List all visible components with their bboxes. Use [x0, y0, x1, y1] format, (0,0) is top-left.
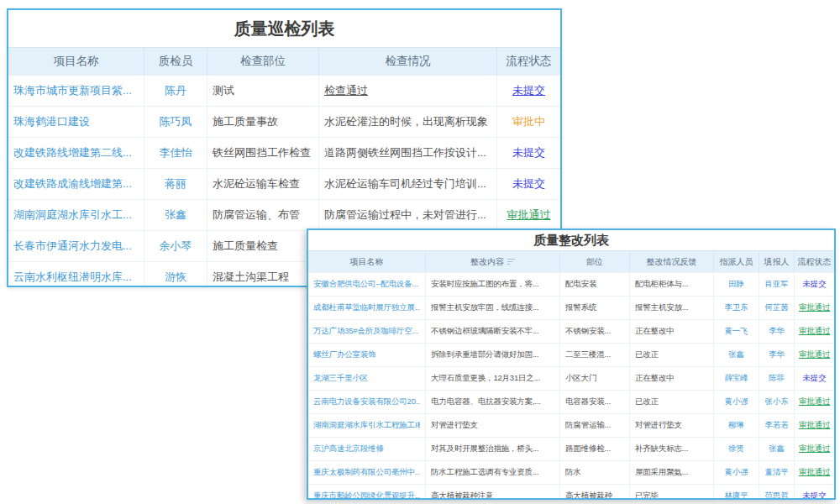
reporter-link[interactable]: 范思哲	[765, 491, 789, 500]
status-badge[interactable]: 未提交	[803, 279, 827, 290]
feedback-text: 配电柜柜体与...	[635, 279, 688, 290]
column-header-project-name: 项目名称	[308, 251, 426, 272]
inspector-link[interactable]: 陈巧凤	[160, 114, 192, 129]
project-name-link[interactable]: 成都杜甫草堂临时展厅独立展...	[313, 302, 420, 313]
column-header-inspector: 质检员	[144, 48, 207, 75]
table-row: 湖南洞庭湖水库引水工程施工I标 对管进行垫支 防腐管运输... 对管进行垫支 柳…	[308, 413, 834, 437]
project-name-link[interactable]: 安徽合肥供电公司--配电设备...	[313, 279, 418, 290]
assignee-link[interactable]: 黄一飞	[725, 326, 748, 337]
status-badge[interactable]: 审批通过	[799, 396, 830, 407]
feedback-text: 正在整改中	[635, 326, 675, 337]
status-badge[interactable]: 未提交	[512, 83, 545, 98]
rectify-content-text: 防水工程施工选调有专业资质...	[431, 467, 538, 478]
inspection-table-title: 质量巡检列表	[8, 10, 560, 47]
part-text: 配电安装	[565, 279, 596, 290]
status-badge[interactable]: 未提交	[512, 176, 545, 192]
status-badge[interactable]: 审批中	[512, 114, 545, 129]
reporter-link[interactable]: 董清平	[765, 467, 789, 478]
inspection-situation-text: 道路两侧铁丝网围挡工作按设计...	[324, 145, 486, 160]
rectification-table-header: 项目名称 整改内容 部位 整改情况反馈 指派人员 填报人 流程状态	[308, 250, 834, 272]
column-header-assignee: 指派人员	[714, 251, 759, 272]
project-name-link[interactable]: 改建铁路成渝线增建第...	[13, 176, 132, 192]
reporter-link[interactable]: 李华	[769, 349, 785, 360]
project-name-link[interactable]: 重庆市鹅岭公园绿化景观提升...	[313, 491, 420, 500]
inspector-link[interactable]: 李佳怡	[160, 145, 192, 160]
inspector-link[interactable]: 余小琴	[160, 239, 192, 254]
table-row: 珠海鹤港口建设 陈巧凤 施工质量事故 水泥砼灌注的时候，出现离析现象 审批中	[8, 106, 560, 137]
feedback-text: 已改正	[635, 396, 659, 407]
inspection-part-text: 测试	[213, 83, 234, 98]
inspector-link[interactable]: 游恢	[165, 270, 186, 285]
project-name-link[interactable]: 湖南洞庭湖水库引水工程施工I标	[313, 420, 420, 431]
sort-icon[interactable]	[507, 259, 515, 265]
part-text: 小区大门	[565, 373, 596, 384]
status-badge[interactable]: 审批通过	[799, 302, 830, 313]
project-name-link[interactable]: 云南水利枢纽潜明水库...	[13, 270, 132, 285]
rectify-content-text: 安装时应按施工图的布置，将...	[431, 279, 538, 290]
project-name-link[interactable]: 湖南洞庭湖水库引水工...	[13, 207, 132, 223]
status-badge[interactable]: 未提交	[803, 491, 827, 500]
status-badge[interactable]: 审批通过	[507, 207, 551, 223]
status-badge[interactable]: 未提交	[512, 145, 545, 160]
part-text: 防腐管运输...	[565, 420, 611, 431]
status-badge[interactable]: 审批通过	[799, 349, 830, 360]
column-header-feedback: 整改情况反馈	[630, 251, 714, 272]
part-text: 高大植被栽种	[565, 491, 612, 500]
reporter-link[interactable]: 肖亚军	[765, 279, 789, 290]
inspection-part-text: 铁丝网围挡工作检查	[213, 145, 311, 160]
reporter-link[interactable]: 何芷茵	[765, 302, 789, 313]
inspection-situation-text: 防腐管运输过程中，未对管进行...	[324, 207, 486, 223]
feedback-text: 报警主机安放...	[635, 302, 688, 313]
project-name-link[interactable]: 珠海鹤港口建设	[13, 114, 90, 129]
inspector-link[interactable]: 张鑫	[165, 207, 186, 223]
project-name-link[interactable]: 龙湖三千里小区	[313, 373, 368, 384]
reporter-link[interactable]: 李华	[769, 326, 785, 337]
feedback-text: 屋面采用聚氨...	[635, 467, 688, 478]
column-header-project-name: 项目名称	[8, 48, 144, 75]
inspector-link[interactable]: 陈丹	[165, 83, 186, 98]
table-row: 云南电力设备安装有限公司20... 电力电容器、电抗器安装方案,... 电容器安…	[308, 390, 834, 413]
assignee-link[interactable]: 徐贤	[728, 444, 744, 454]
assignee-link[interactable]: 黄小强	[725, 396, 748, 407]
assignee-link[interactable]: 张鑫	[728, 349, 744, 360]
project-name-link[interactable]: 京沪高速北京段维修	[313, 444, 384, 454]
status-badge[interactable]: 审批通过	[799, 467, 830, 478]
assignee-link[interactable]: 林康平	[725, 491, 748, 500]
project-name-link[interactable]: 珠海市城市更新项目紫...	[13, 83, 132, 98]
project-name-link[interactable]: 螺丝厂办公室装饰	[313, 349, 375, 360]
part-text: 防水	[565, 467, 581, 478]
part-text: 不锈钢安装...	[565, 326, 611, 337]
table-row: 重庆太极制药有限公司亳州中... 防水工程施工选调有专业资质... 防水 屋面采…	[308, 460, 834, 484]
project-name-link[interactable]: 重庆太极制药有限公司亳州中...	[313, 467, 420, 478]
project-name-link[interactable]: 万达广场35#会所及咖啡厅空...	[313, 326, 418, 337]
status-badge[interactable]: 审批通过	[799, 444, 830, 454]
part-text: 路面维修检...	[565, 444, 611, 454]
inspector-link[interactable]: 蒋丽	[165, 176, 186, 192]
column-header-inspection-part: 检查部位	[207, 48, 319, 75]
project-name-link[interactable]: 改建铁路线增建第二线...	[13, 145, 132, 160]
status-badge[interactable]: 未提交	[803, 373, 827, 384]
assignee-link[interactable]: 柳琳	[728, 420, 744, 431]
project-name-link[interactable]: 云南电力设备安装有限公司20...	[313, 396, 420, 407]
column-header-process-status: 流程状态	[795, 251, 834, 272]
reporter-link[interactable]: 李若若	[765, 420, 789, 431]
assignee-link[interactable]: 黄小强	[725, 467, 748, 478]
inspection-part-text: 水泥砼运输车检查	[213, 176, 300, 192]
rectify-content-text: 大理石质量更换，12月31日之...	[431, 373, 540, 384]
inspection-part-text: 混凝土沟渠工程	[213, 270, 289, 285]
column-header-rectify-content[interactable]: 整改内容	[426, 251, 560, 272]
column-header-inspection-situation: 检查情况	[319, 48, 497, 75]
assignee-link[interactable]: 薛宝峰	[725, 373, 748, 384]
inspection-part-text: 施工质量事故	[213, 114, 278, 129]
table-row: 京沪高速北京段维修 对其及时开展整治措施，桥头... 路面维修检... 补齐缺失…	[308, 437, 834, 460]
table-row: 改建铁路成渝线增建第... 蒋丽 水泥砼运输车检查 水泥砼运输车司机经过专门培训…	[8, 168, 560, 199]
reporter-link[interactable]: 陈菲	[769, 373, 785, 384]
project-name-link[interactable]: 长春市伊通河水力发电...	[13, 239, 132, 254]
status-badge[interactable]: 审批通过	[799, 420, 830, 431]
reporter-link[interactable]: 张鑫	[769, 444, 785, 454]
status-badge[interactable]: 审批通过	[799, 326, 830, 337]
table-row: 成都杜甫草堂临时展厅独立展... 报警主机安放牢固，线缆连接... 报警系统 报…	[308, 296, 834, 319]
assignee-link[interactable]: 田静	[728, 279, 744, 290]
assignee-link[interactable]: 李卫东	[725, 302, 748, 313]
reporter-link[interactable]: 张小东	[765, 396, 789, 407]
